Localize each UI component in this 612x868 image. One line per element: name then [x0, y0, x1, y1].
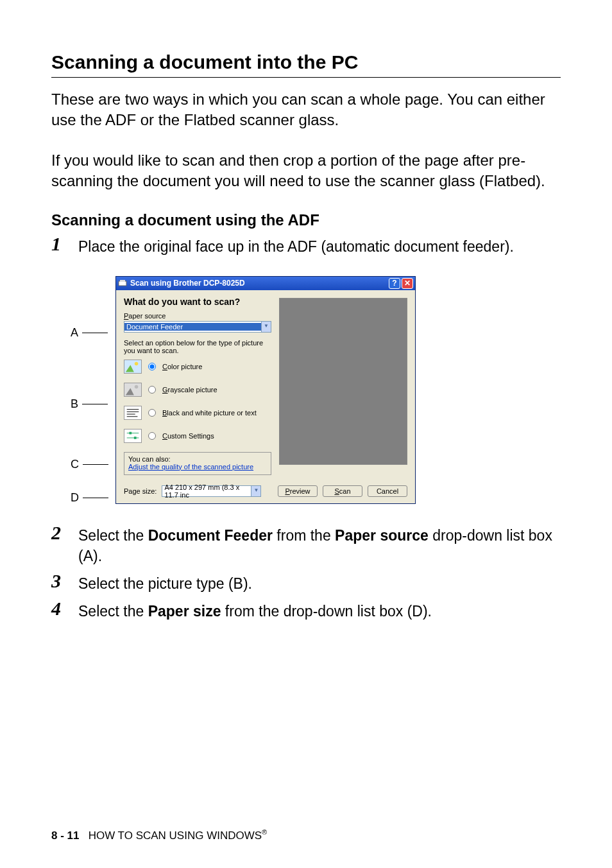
step-3: 3 Select the picture type (B).: [51, 571, 561, 594]
custom-settings-icon: [124, 429, 142, 443]
svg-rect-17: [134, 437, 137, 439]
callout-c: C: [71, 458, 108, 471]
svg-point-7: [135, 385, 139, 388]
color-photo-icon: [124, 360, 142, 374]
paragraph-2: If you would like to scan and then crop …: [51, 150, 561, 192]
adjust-prefix: You can also:: [128, 455, 267, 463]
page-size-select[interactable]: A4 210 x 297 mm (8.3 x 11.7 inc ▼: [162, 485, 261, 497]
paper-source-label: Paper source: [124, 312, 271, 320]
scanner-icon: [118, 279, 127, 288]
option-bw[interactable]: Black and white picture or text: [124, 406, 271, 420]
svg-rect-1: [120, 280, 125, 282]
option-instruction: Select an option below for the type of p…: [124, 339, 271, 354]
option-grayscale[interactable]: Grayscale picture: [124, 383, 271, 397]
option-custom[interactable]: Custom Settings: [124, 429, 271, 443]
step-text: Select the Paper size from the drop-down…: [78, 599, 561, 621]
chevron-down-icon[interactable]: ▼: [251, 486, 260, 496]
svg-rect-8: [124, 406, 141, 419]
dialog-title: Scan using Brother DCP-8025D: [130, 279, 245, 288]
svg-point-4: [135, 361, 139, 365]
step-number: 3: [51, 571, 78, 591]
radio-custom[interactable]: [148, 432, 156, 440]
step-1: 1 Place the original face up in the ADF …: [51, 234, 561, 257]
step-text: Place the original face up in the ADF (a…: [78, 234, 561, 257]
preview-area: [279, 298, 407, 465]
callout-d: D: [71, 491, 108, 505]
svg-rect-13: [124, 430, 141, 442]
paragraph-1: These are two ways in which you can scan…: [51, 89, 561, 131]
page-number: 8 - 11: [51, 829, 79, 842]
step-text: Select the picture type (B).: [78, 571, 561, 594]
step-2: 2 Select the Document Feeder from the Pa…: [51, 523, 561, 566]
step-number: 2: [51, 523, 78, 542]
radio-bw[interactable]: [148, 409, 156, 417]
step-number: 4: [51, 599, 78, 618]
chevron-down-icon[interactable]: ▼: [261, 322, 271, 332]
dialog-titlebar: Scan using Brother DCP-8025D ? ✕: [116, 277, 415, 290]
radio-grayscale[interactable]: [148, 386, 156, 394]
option-label: Color picture: [162, 363, 202, 370]
step-text: Select the Document Feeder from the Pape…: [78, 523, 561, 566]
paper-source-select[interactable]: Document Feeder ▼: [124, 321, 271, 333]
adjust-quality-link[interactable]: Adjust the quality of the scanned pictur…: [128, 463, 253, 471]
page-footer: 8 - 11 HOW TO SCAN USING WINDOWS®: [51, 828, 267, 842]
grayscale-photo-icon: [124, 383, 142, 397]
text-icon: [124, 406, 142, 420]
registered-mark: ®: [262, 828, 267, 836]
page-size-label: Page size:: [124, 487, 157, 495]
subheading: Scanning a document using the ADF: [51, 211, 561, 229]
page-heading: Scanning a document into the PC: [51, 51, 561, 78]
step-4: 4 Select the Paper size from the drop-do…: [51, 599, 561, 621]
step-number: 1: [51, 234, 78, 254]
close-button[interactable]: ✕: [402, 278, 413, 289]
screenshot-figure: A B C D Scan using Brother DCP-8025D ? ✕…: [71, 276, 561, 504]
help-button[interactable]: ?: [389, 278, 400, 289]
callout-a: A: [71, 326, 108, 340]
radio-color[interactable]: [148, 363, 156, 370]
callout-b: B: [71, 397, 108, 411]
svg-rect-15: [129, 431, 132, 434]
footer-text: HOW TO SCAN USING WINDOWS: [89, 829, 262, 842]
scan-button[interactable]: Scan: [323, 485, 362, 497]
cancel-button[interactable]: Cancel: [368, 485, 407, 497]
preview-button[interactable]: Preview: [278, 485, 318, 497]
option-label: Grayscale picture: [162, 386, 217, 394]
option-label: Custom Settings: [162, 432, 214, 440]
adjust-quality-box: You can also: Adjust the quality of the …: [124, 452, 271, 475]
svg-rect-0: [119, 281, 126, 286]
dialog-heading: What do you want to scan?: [124, 297, 271, 307]
scan-dialog: Scan using Brother DCP-8025D ? ✕ What do…: [115, 276, 416, 504]
option-color[interactable]: Color picture: [124, 360, 271, 374]
option-label: Black and white picture or text: [162, 409, 257, 417]
